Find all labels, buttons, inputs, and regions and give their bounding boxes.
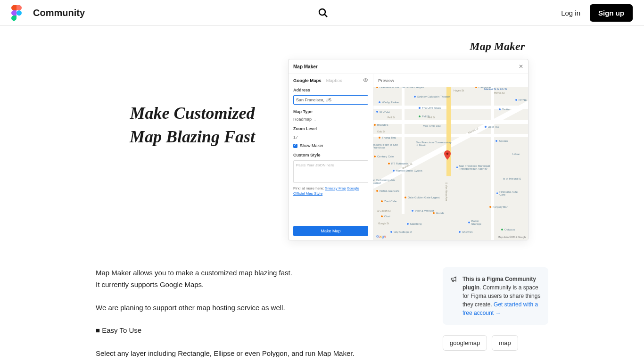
snazzy-map-link[interactable]: Snazzy Map [325, 186, 346, 190]
header-right: Log in Sign up [561, 4, 633, 22]
map-poi: Public Storage [468, 220, 489, 225]
hero-banner: Map Maker Make Customized Map Blazing Fa… [96, 26, 548, 252]
make-map-button[interactable]: Make Map [293, 226, 368, 236]
map-poi: Square [495, 140, 508, 142]
map-poi: Sydney Goldstein Theater [413, 95, 450, 98]
plugin-form: Google Maps Mapbox Address San Francisco… [289, 74, 373, 240]
zoom-value[interactable]: 17 [293, 134, 368, 140]
map-poi: Firestone Auto Care [496, 190, 520, 196]
maptype-select[interactable]: Roadmap [293, 117, 368, 122]
description: Map Maker allows you to make a customize… [96, 267, 429, 360]
brand-title[interactable]: Community [33, 8, 85, 18]
tag-map[interactable]: map [492, 335, 518, 351]
custom-style-label: Custom Style [293, 153, 368, 157]
map-road [402, 87, 405, 214]
desc-line: Select any layer including Rectangle, El… [96, 348, 429, 360]
map-preview: Hayes St Fell St Fell St Oak St Market S… [373, 87, 528, 240]
map-poi: San Francisco Conservatory of Music [416, 141, 454, 147]
map-poi: Warby Parker [378, 101, 399, 104]
map-poi: Uber HQ [484, 125, 499, 128]
address-label: Address [293, 88, 368, 92]
tab-google-maps[interactable]: Google Maps [293, 78, 322, 83]
plugin-tabs: Google Maps Mapbox [293, 78, 368, 83]
sidebar: This is a Figma Community plugin. Commun… [443, 267, 548, 351]
tags: googlemap map [443, 335, 548, 351]
map-poi: The UPS Store [418, 107, 441, 109]
find-more-text: Find at more here: Snazzy Map Google Off… [293, 186, 368, 196]
map-street-label: Oak St [377, 130, 385, 133]
svg-point-3 [365, 80, 366, 81]
map-poi: Brenda's [373, 123, 388, 126]
map-poi: is of Integral S [503, 177, 521, 180]
map-poi: Dale Golden Gate Urgent [404, 196, 440, 199]
plugin-body: Google Maps Mapbox Address San Francisco… [289, 74, 528, 240]
google-logo: Google [376, 235, 386, 238]
preview-label: Preview [373, 74, 528, 87]
map-street-label: Gough St [378, 222, 389, 225]
map-poi: San Francisco Municipal Transportation A… [456, 165, 498, 170]
show-maker-checkbox[interactable]: Show Maker [293, 143, 368, 148]
map-poi: Thong Thai [378, 136, 396, 139]
hero-tagline: Make Customized Map Blazing Fast [115, 101, 270, 149]
tag-googlemap[interactable]: googlemap [443, 335, 487, 351]
custom-style-textarea[interactable]: Paste Your JSON here [293, 160, 368, 183]
promo-box: This is a Figma Community plugin. Commun… [443, 267, 548, 325]
search-icon[interactable] [317, 7, 329, 18]
map-poi: FITNE [515, 99, 527, 101]
map-poi: Century Cafe [373, 155, 394, 158]
map-poi: Veer & Wander [411, 209, 434, 212]
map-poi: Olori [380, 215, 390, 218]
map-poi: City College of [390, 230, 412, 233]
map-poi: Chevron [458, 230, 473, 233]
figma-logo[interactable] [11, 5, 22, 21]
svg-point-4 [446, 153, 449, 155]
map-poi: Zuni Cafe [380, 200, 396, 203]
eye-icon[interactable] [363, 78, 368, 83]
map-poi: RT Rotisserie [388, 162, 408, 165]
desc-line: We are planing to support other map host… [96, 302, 429, 314]
address-input[interactable]: San Francisco, US [293, 95, 368, 105]
map-poi: Brasserie & Bar The Grove - Hayes [376, 87, 424, 89]
map-poi: Market Street Cycles [392, 169, 422, 172]
map-poi: KitTea Cat Cafe [376, 189, 399, 192]
plugin-preview: Preview Hayes St Fell St Fell St [373, 74, 528, 240]
map-poi: Forgery Bar [489, 206, 508, 208]
map-street-label: Hayes St [454, 89, 464, 92]
map-poi: Market St & 9th St [484, 88, 507, 90]
map-street-label: & Gough St [377, 209, 390, 212]
map-road [491, 87, 494, 240]
plugin-title: Map Maker [293, 64, 318, 69]
map-street-label: S Van Ness Ave [445, 182, 448, 201]
map-poi: Fell St [418, 115, 430, 118]
map-poi: Urban [512, 153, 520, 156]
content: Map Maker Make Customized Map Blazing Fa… [96, 26, 548, 360]
map-pin-icon [444, 150, 451, 160]
zoom-label: Zoom Level [293, 126, 368, 131]
map-poi: Mes Amis 193 [423, 124, 441, 127]
map-street-label: Fell St [388, 116, 395, 119]
maptype-label: Map Type [293, 109, 368, 114]
plugin-header: Map Maker ✕ [289, 59, 528, 74]
checkbox-icon [293, 144, 297, 148]
svg-point-1 [319, 9, 325, 15]
map-poi: Hoods [432, 212, 444, 214]
tab-mapbox[interactable]: Mapbox [326, 78, 342, 83]
hero-product-name: Map Maker [470, 40, 525, 53]
description-row: Map Maker allows you to make a customize… [96, 267, 548, 360]
map-poi: ar Performing Arts Center [373, 179, 401, 184]
map-road-highlight [446, 87, 451, 176]
map-poi: Matching [406, 222, 421, 225]
map-copyright: Map data ©2019 Google [498, 236, 526, 239]
plugin-window: Map Maker ✕ Google Maps Mapbox Address S… [288, 59, 528, 240]
map-poi: national High of San Francisco [373, 143, 405, 149]
megaphone-icon [450, 275, 458, 283]
map-poi: Twitter [498, 108, 511, 111]
map-poi: Octopus [501, 228, 515, 231]
header: Community Log in Sign up [0, 0, 644, 26]
svg-line-2 [325, 15, 328, 17]
desc-line: It currently supports Google Maps. [96, 279, 429, 291]
close-icon[interactable]: ✕ [519, 63, 523, 70]
login-link[interactable]: Log in [561, 9, 580, 17]
signup-button[interactable]: Sign up [590, 4, 633, 22]
show-maker-label: Show Maker [300, 143, 323, 148]
